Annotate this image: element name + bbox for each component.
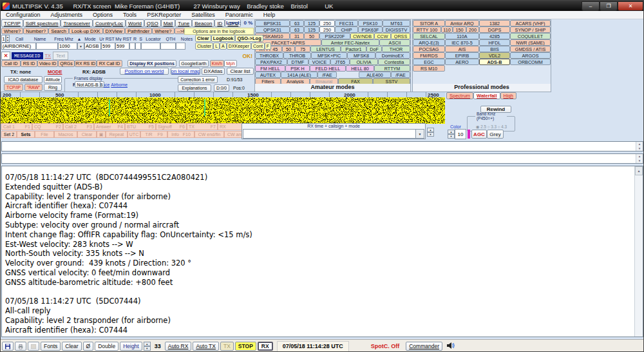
color-spinner[interactable]: ▲▼ <box>448 130 455 139</box>
mode-button[interactable]: SYNOP / SHIP <box>510 26 551 33</box>
mode-button[interactable]: RTTYM <box>374 65 410 72</box>
macro-button[interactable]: CQF2 <box>32 123 63 130</box>
macro-button[interactable]: T/R F9 <box>140 131 167 138</box>
tx-tab[interactable]: TX <box>45 53 52 59</box>
save-button[interactable] <box>2 342 14 351</box>
menu-item[interactable]: Configuration <box>1 12 46 18</box>
mode-button[interactable]: SELCAL <box>413 33 445 39</box>
mode-button[interactable]: DGPS <box>479 26 510 33</box>
macro-button[interactable]: AnswerF4 <box>94 123 125 130</box>
mode-button[interactable]: MFSK8 <box>347 52 375 59</box>
logbook-field[interactable] <box>129 43 135 50</box>
mode-button[interactable]: ALE400 <box>359 72 391 78</box>
logbook-action-button[interactable]: DXKeeper <box>227 43 251 50</box>
mode-button[interactable]: 250 <box>319 20 335 26</box>
mode-button[interactable]: AIS <box>445 46 479 52</box>
logbook-field[interactable]: (AIRBORNE) <box>1 43 36 50</box>
mode-button[interactable]: 110A <box>445 33 479 39</box>
not-adsb-button[interactable]: Not ADS-B <box>75 81 100 88</box>
mode-button[interactable]: PAX/PAX2 <box>255 59 287 65</box>
logbook-button[interactable]: DXView <box>103 28 126 34</box>
id-button[interactable]: Call ID <box>1 60 21 67</box>
kmh-button[interactable]: Km/h <box>210 60 224 67</box>
logbook-action-button[interactable]: L <box>213 43 220 50</box>
mode-button[interactable]: FM HELL <box>255 65 285 72</box>
mode-button[interactable]: THOR <box>382 46 410 52</box>
clear-button[interactable]: Clear <box>62 342 81 351</box>
mode-button[interactable]: 75 <box>295 46 310 52</box>
tcpip-button[interactable]: TCP/IP <box>4 84 23 91</box>
scroll-up-icon[interactable]: ▲ <box>636 142 643 146</box>
menu-item[interactable]: PSKReporter <box>142 12 186 18</box>
text-tab[interactable]: Text <box>53 52 68 60</box>
id-button[interactable]: QRGs <box>58 60 75 67</box>
scroll-up-icon[interactable]: ▲ <box>636 154 643 159</box>
minimize-button[interactable]: – <box>582 1 600 11</box>
mode-button[interactable]: 4285 <box>479 33 510 39</box>
clear-list-button[interactable]: Clear list <box>227 68 254 75</box>
rx-text-area[interactable]: 07/05/18 11:14:27 UTC (8DC0744499551C2A0… <box>1 166 643 337</box>
mode-button[interactable]: 50 <box>282 46 295 52</box>
fonts-button[interactable]: Fonts <box>41 342 61 351</box>
mode-button[interactable]: THROB <box>283 52 311 59</box>
mode-label[interactable]: MODE <box>48 69 62 75</box>
menu-item[interactable]: Options <box>88 12 118 18</box>
display-rx-positions-button[interactable]: Display RX positions <box>128 60 176 67</box>
double-button[interactable]: Double <box>95 342 118 351</box>
toolbar-button[interactable]: QSO <box>144 19 161 27</box>
strip-scrollbar[interactable]: ▲▼ <box>636 142 643 151</box>
tx-button[interactable]: TX <box>220 342 234 351</box>
mode-button[interactable]: 63 <box>290 20 304 26</box>
correction-button[interactable]: Correction 1 error <box>178 76 218 83</box>
googleearth-button[interactable]: GoogleEarth <box>179 60 209 67</box>
commander-button[interactable]: Commander <box>406 342 442 351</box>
ring-button[interactable]: Ring <box>44 84 62 91</box>
menu-item[interactable]: Tools <box>118 12 142 18</box>
mode-button[interactable]: JT65 <box>330 59 350 65</box>
mode-button[interactable]: 63 <box>290 26 304 33</box>
mode-button[interactable]: EGC <box>413 59 445 65</box>
macro-button[interactable]: Repeat <box>106 131 128 138</box>
rx-combo-field[interactable]: ▼ <box>243 129 424 139</box>
mode-button[interactable]: PSK220F <box>319 33 350 39</box>
stop-button[interactable]: STOP <box>235 342 256 351</box>
icao-database-button[interactable]: ICAO database <box>4 76 43 83</box>
mode-button[interactable]: THROBX <box>255 52 283 59</box>
toolbar-button[interactable]: Transceiver <box>61 19 93 27</box>
mode-button[interactable]: CW/NDB <box>350 33 374 39</box>
logbook-button[interactable]: Pathfinder <box>125 28 152 34</box>
auto-rx-button[interactable]: Auto RX <box>165 342 192 351</box>
mode-button[interactable]: SITOR A <box>413 20 445 26</box>
logbook-button[interactable]: Look-up DXK <box>69 28 103 34</box>
logbook-field[interactable] <box>141 43 160 50</box>
rx-button[interactable]: RX <box>258 342 273 351</box>
macro-button[interactable]: Macros <box>54 131 77 138</box>
mode-button[interactable]: MFSK+PIC <box>311 52 347 59</box>
macro-button[interactable]: Call 2F3 <box>63 123 94 130</box>
logbook-action-button[interactable]: Clear <box>195 35 211 42</box>
mode-button[interactable]: QPSK31 <box>255 26 290 33</box>
mode-button[interactable]: BPSK31 <box>255 20 290 26</box>
logbook-field[interactable]: ▼ <box>77 43 84 50</box>
mode-button[interactable]: 110 <box>441 26 453 33</box>
explanations-button[interactable]: Explanations <box>178 84 211 92</box>
mode-button[interactable]: ADS-B <box>479 59 510 65</box>
toolbar-button[interactable]: Beacon <box>192 19 214 27</box>
mode-button[interactable]: DoF <box>366 46 382 52</box>
mode-button[interactable]: Amtor ARQ <box>445 20 479 26</box>
waterfall-display[interactable] <box>1 97 445 124</box>
mode-button[interactable]: Contestia <box>378 59 410 65</box>
macro-button[interactable]: Info F10 <box>167 131 194 138</box>
logbook-field[interactable] <box>160 43 176 50</box>
mode-button[interactable]: VOICE <box>308 59 330 65</box>
grey-button[interactable]: Grey <box>487 130 504 139</box>
id-button[interactable]: RX RS ID <box>75 60 97 67</box>
logbook-action-button[interactable]: F <box>265 43 271 50</box>
mode-button[interactable]: ORBCOMM <box>510 59 551 65</box>
mph-button[interactable]: Mph <box>224 60 237 67</box>
logbook-action-button[interactable]: QSO->Log <box>235 35 263 42</box>
mode-button[interactable]: Amtor FEC-Navtex <box>321 39 379 46</box>
mode-button[interactable]: /FAE <box>391 72 410 78</box>
mode-button[interactable]: FEC31 <box>335 20 358 26</box>
height-button[interactable]: Height <box>120 342 142 351</box>
